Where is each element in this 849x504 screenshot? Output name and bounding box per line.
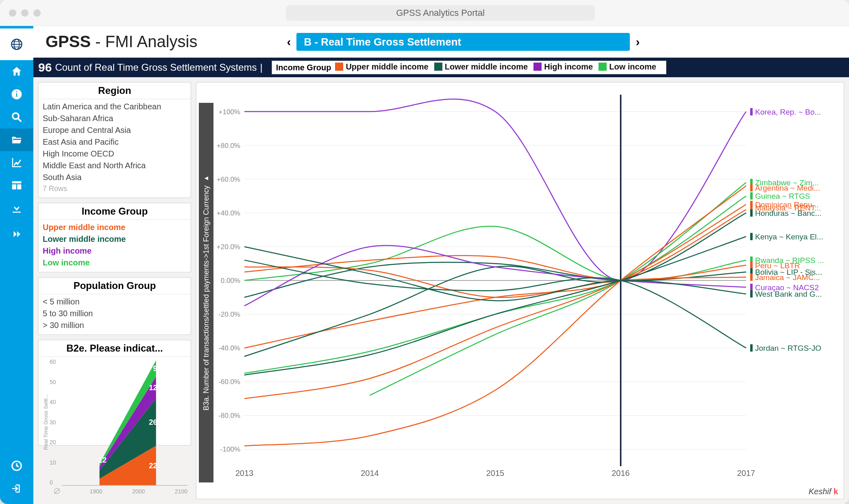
facet-region-item[interactable]: South Asia [43, 172, 187, 183]
nav-chart[interactable] [0, 151, 33, 174]
summary-bar: 96 Count of Real Time Gross Settlement S… [33, 58, 849, 77]
null-filter-icon[interactable] [54, 488, 60, 494]
legend-swatch [434, 63, 442, 71]
clock-icon [11, 460, 23, 472]
facet-mini-chart: B2e. Please indicat... Real Time Gross S… [38, 340, 191, 445]
window-controls [9, 9, 41, 17]
svg-text:+40.0%: +40.0% [217, 209, 240, 217]
series-end-label[interactable]: Jordan ~ RTGS-JO [750, 344, 821, 353]
nav-download[interactable] [0, 197, 33, 219]
mini-chart-ylabel: Real Time Gross Settl... [42, 358, 50, 486]
svg-text:9: 9 [153, 364, 157, 373]
nav-logout[interactable] [0, 477, 33, 500]
legend: Income Group Upper middle incomeLower mi… [272, 61, 666, 74]
facets-column: Region Latin America and the CaribbeanSu… [33, 77, 196, 504]
home-icon [11, 65, 23, 78]
page-title-bold: GPSS [46, 33, 91, 50]
facet-region-item[interactable]: East Asia and Pacific [43, 136, 187, 148]
series-end-label[interactable]: Korea, Rep. ~ Bo... [750, 108, 821, 117]
legend-swatch [533, 63, 542, 71]
page-header: GPSS - FMI Analysis ‹ B - Real Time Gros… [33, 26, 849, 58]
facet-income-item[interactable]: Lower middle income [43, 233, 187, 245]
legend-item[interactable]: Low income [599, 62, 662, 72]
nav-info[interactable] [0, 83, 33, 106]
svg-text:2014: 2014 [361, 469, 379, 478]
facet-population-item[interactable]: < 5 million [43, 296, 187, 308]
nav-collapse[interactable] [0, 223, 33, 245]
close-window-dot[interactable] [9, 9, 16, 17]
category-select[interactable]: B - Real Time Gross Settlement [296, 33, 630, 51]
window-title: GPSS Analytics Portal [396, 8, 485, 18]
facet-income-item[interactable]: Upper middle income [43, 222, 187, 233]
main-chart[interactable]: B3a. Number of transactions/settled paym… [196, 82, 844, 499]
series-end-label[interactable]: Guinea ~ RTGS [750, 192, 810, 201]
mini-chart-plot[interactable]: 912262212 [62, 358, 187, 486]
svg-point-8 [13, 113, 19, 119]
chart-ylabel: B3a. Number of transactions/settled paym… [199, 103, 213, 482]
series-end-label[interactable]: Argentina ~ Medi... [750, 184, 820, 193]
svg-text:2015: 2015 [486, 469, 505, 478]
brand-glyph: k [834, 487, 838, 496]
table-icon [11, 179, 23, 191]
legend-swatch [599, 63, 607, 71]
svg-rect-6 [16, 93, 17, 97]
svg-text:0.00%: 0.00% [221, 277, 240, 285]
mini-chart-yaxis: 6050403020100 [50, 358, 62, 486]
facet-income-group: Income Group Upper middle incomeLower mi… [38, 203, 191, 272]
next-category-button[interactable]: › [636, 35, 640, 49]
facet-region-item[interactable]: Europe and Central Asia [43, 124, 187, 136]
svg-line-9 [18, 119, 22, 122]
series-end-label[interactable]: West Bank and G... [750, 290, 822, 299]
facet-region-footer: 7 Rows [43, 183, 187, 194]
svg-text:12: 12 [149, 383, 157, 392]
legend-item[interactable]: Upper middle income [335, 62, 434, 72]
mini-chart-xaxis: 190020002100 [39, 488, 191, 496]
facet-income-item[interactable]: Low income [43, 257, 187, 269]
legend-swatch [335, 63, 343, 71]
min-window-dot[interactable] [21, 9, 28, 17]
facet-income-item[interactable]: High income [43, 245, 187, 257]
facet-mini-title: B2e. Please indicat... [39, 340, 191, 357]
facet-region-item[interactable]: Middle East and North Africa [43, 160, 187, 172]
prev-category-button[interactable]: ‹ [287, 35, 291, 49]
nav-home[interactable] [0, 60, 33, 83]
svg-text:2013: 2013 [235, 469, 254, 478]
facet-population-item[interactable]: 5 to 30 million [43, 308, 187, 319]
chart-series-labels: Korea, Rep. ~ Bo...Zimbabwe ~ Zim...Arge… [750, 91, 840, 478]
facet-region: Region Latin America and the CaribbeanSu… [38, 82, 191, 198]
facet-population-item[interactable]: > 30 million [43, 319, 187, 331]
max-window-dot[interactable] [33, 9, 41, 17]
nav-table[interactable] [0, 174, 33, 197]
title-bar: GPSS Analytics Portal [0, 0, 849, 26]
legend-item[interactable]: High income [533, 62, 599, 72]
facet-region-item[interactable]: High Income OECD [43, 148, 187, 160]
svg-text:12: 12 [98, 456, 107, 464]
series-end-label[interactable]: Jamaica ~ JAMC... [750, 273, 820, 282]
facet-region-item[interactable]: Latin America and the Caribbean [43, 101, 187, 113]
svg-text:-80.0%: -80.0% [218, 412, 240, 419]
app-logo[interactable] [0, 28, 33, 60]
svg-text:-40.0%: -40.0% [218, 344, 240, 352]
svg-text:+20.0%: +20.0% [217, 243, 240, 251]
address-bar[interactable]: GPSS Analytics Portal [286, 5, 595, 21]
svg-text:-60.0%: -60.0% [218, 378, 240, 386]
nav-search[interactable] [0, 106, 33, 128]
facet-region-title: Region [39, 83, 191, 99]
svg-text:2016: 2016 [612, 469, 630, 478]
facet-population: Population Group < 5 million5 to 30 mill… [38, 277, 191, 335]
legend-item[interactable]: Lower middle income [434, 62, 533, 72]
page-title-rest: - FMI Analysis [91, 33, 197, 50]
facet-region-item[interactable]: Sub-Saharan Africa [43, 113, 187, 124]
svg-text:22: 22 [149, 461, 157, 470]
series-end-label[interactable]: Kenya ~ Kenya El... [750, 232, 823, 241]
svg-text:+80.0%: +80.0% [217, 142, 240, 150]
page-title: GPSS - FMI Analysis [46, 33, 197, 51]
nav-history[interactable] [0, 454, 33, 477]
brand-name: Keshif [809, 487, 832, 496]
line-chart-icon [11, 156, 23, 169]
nav-folder[interactable] [0, 128, 33, 151]
chevrons-right-icon [11, 228, 23, 240]
download-icon [11, 202, 23, 214]
series-end-label[interactable]: Honduras ~ Banc... [750, 209, 821, 218]
folder-open-icon [11, 134, 23, 146]
